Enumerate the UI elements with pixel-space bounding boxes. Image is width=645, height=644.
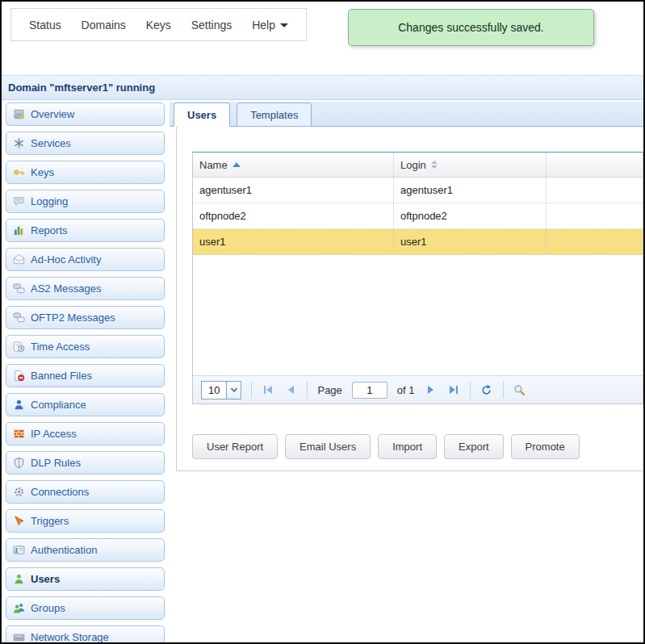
dlp-rules-icon [13,457,25,469]
sidebar-item-label: Time Access [31,341,90,353]
sidebar-item-overview[interactable]: Overview [6,102,165,126]
sidebar-item-label: Authentication [31,544,97,556]
menu-item-settings[interactable]: Settings [191,19,232,31]
column-header-name[interactable]: Name [193,153,394,177]
next-page-icon[interactable] [425,383,438,396]
sidebar-item-triggers[interactable]: Triggers [6,509,165,533]
refresh-icon[interactable] [480,383,493,396]
sidebar-item-oftp2-messages[interactable]: OFTP2 Messages [6,306,165,329]
column-header-login[interactable]: Login [394,153,547,177]
sidebar-item-label: Users [31,573,60,585]
compliance-icon [13,399,25,411]
menu-item-label: Help [252,19,275,31]
table-cell: agentuser1 [394,178,547,203]
pager-separator [307,381,308,399]
grid-empty-area [193,255,643,375]
caret-down-icon [280,23,288,27]
sort-asc-icon [232,162,241,167]
sidebar-item-label: DLP Rules [31,457,81,469]
table-row[interactable]: user1user1 [193,229,643,255]
pager-separator [503,381,504,399]
button-label: User Report [207,441,263,453]
column-header-label: Name [199,159,228,171]
as2-messages-icon [13,282,25,295]
sidebar-item-services[interactable]: Services [6,132,165,155]
tab-label: Users [187,109,216,121]
sidebar-item-groups[interactable]: Groups [6,596,165,620]
users-grid: NameLogin agentuser1agentuser1oftpnode2o… [192,152,643,404]
sidebar-item-label: Keys [31,166,54,178]
last-page-icon[interactable] [447,383,460,396]
sidebar-item-reports[interactable]: Reports [6,219,165,242]
sidebar-item-dlp-rules[interactable]: DLP Rules [6,451,165,475]
connections-icon [13,486,25,498]
table-row[interactable]: agentuser1agentuser1 [193,178,643,203]
table-cell: user1 [193,229,394,254]
menu-item-domains[interactable]: Domains [82,19,126,31]
tab-users[interactable]: Users [174,102,230,127]
table-cell: oftpnode2 [394,203,547,228]
table-cell [547,178,643,203]
page-size-select[interactable]: 10 [201,381,241,399]
button-label: Email Users [299,441,356,453]
banned-files-icon [13,370,25,382]
sidebar-item-label: IP Access [31,428,77,440]
sidebar-item-label: Connections [31,486,89,498]
action-button-row: User ReportEmail UsersImportExportPromot… [192,434,580,459]
email-users-button[interactable]: Email Users [285,434,371,459]
button-label: Promote [526,441,565,453]
sidebar-item-as2-messages[interactable]: AS2 Messages [6,277,165,300]
sidebar-item-compliance[interactable]: Compliance [6,393,165,416]
page-of-label: of 1 [397,384,415,396]
first-page-icon[interactable] [262,383,274,396]
grid-header: NameLogin [193,153,643,178]
table-cell: agentuser1 [193,178,394,203]
domain-status-title: Domain "mftserver1" running [8,82,155,94]
sidebar-item-users[interactable]: Users [6,567,165,591]
sidebar-item-label: AS2 Messages [31,282,101,295]
sidebar-item-connections[interactable]: Connections [6,480,165,504]
prev-page-icon[interactable] [284,383,297,396]
tab-templates[interactable]: Templates [237,102,312,127]
sidebar-item-banned-files[interactable]: Banned Files [6,364,165,387]
ip-access-icon [13,428,25,440]
sidebar-item-logging[interactable]: Logging [6,190,165,213]
groups-icon [13,602,25,614]
search-icon[interactable] [513,383,526,396]
success-alert-text: Changes successfully saved. [398,21,544,34]
menu-item-status[interactable]: Status [29,19,61,31]
sidebar-item-keys[interactable]: Keys [6,161,165,184]
promote-button[interactable]: Promote [511,434,580,459]
page-number-input[interactable] [352,382,387,399]
table-cell [547,203,643,228]
button-label: Export [459,441,489,453]
authentication-icon [13,544,25,556]
oftp2-messages-icon [13,312,25,324]
sidebar-item-label: Logging [31,195,68,207]
import-button[interactable]: Import [378,434,437,459]
reports-icon [13,224,25,236]
table-cell: user1 [394,229,547,254]
sidebar-item-authentication[interactable]: Authentication [6,538,165,562]
sidebar-item-ip-access[interactable]: IP Access [6,422,165,445]
export-button[interactable]: Export [444,434,504,459]
table-row[interactable]: oftpnode2oftpnode2 [193,203,643,229]
sidebar-item-label: Reports [31,224,68,236]
menu-item-help[interactable]: Help [252,19,288,31]
sort-both-icon [431,161,438,169]
triggers-icon [13,515,25,527]
domain-status-bar: Domain "mftserver1" running [2,75,643,100]
sidebar-item-network-storage[interactable]: Network Storage [6,625,165,644]
menu-item-label: Settings [191,19,232,31]
sidebar-item-time-access[interactable]: Time Access [6,335,165,358]
menu-item-keys[interactable]: Keys [146,19,171,31]
user-report-button[interactable]: User Report [192,434,278,459]
sidebar-nav: OverviewServicesKeysLoggingReportsAd-Hoc… [6,102,165,644]
users-icon [13,573,25,585]
time-access-icon [13,341,25,353]
column-header-blank[interactable] [547,153,643,177]
sidebar-item-ad-hoc-activity[interactable]: Ad-Hoc Activity [6,248,165,271]
grid-body: agentuser1agentuser1oftpnode2oftpnode2us… [193,178,643,255]
sidebar-item-label: Groups [31,602,65,614]
pagination-bar: 10 Page of 1 [193,375,643,404]
